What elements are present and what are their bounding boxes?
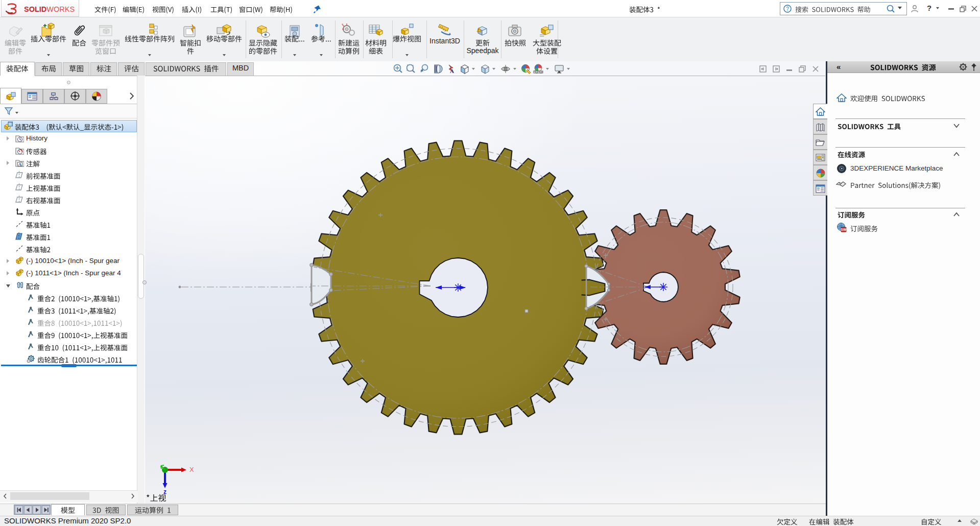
svg-text:SW: SW <box>841 228 847 231</box>
svg-text:A: A <box>18 162 22 167</box>
svg-text:?: ? <box>786 6 789 12</box>
svg-text:!: ! <box>478 28 480 33</box>
svg-text:*: * <box>342 22 344 28</box>
svg-text:X: X <box>189 466 194 473</box>
